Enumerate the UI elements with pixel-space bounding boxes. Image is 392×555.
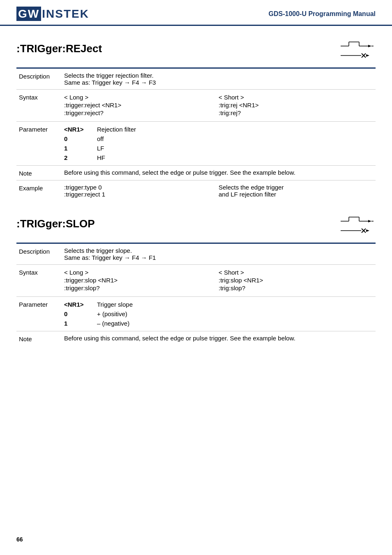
slop-desc-line1: Selects the trigger slope. (64, 247, 373, 254)
trigger-icon-slop (339, 215, 376, 238)
slop-label-description: Description (16, 244, 62, 265)
example-left-0: :trigger:type 0 (64, 184, 219, 191)
slop-param-grid: <NR1> Trigger slope 0 + (positive) 1 – (… (64, 300, 373, 328)
slop-content-description: Selects the trigger slope. Same as: Trig… (62, 244, 376, 265)
example-right-0: Selects the edge trigger (219, 184, 373, 191)
slop-param-key-2: 1 (64, 319, 97, 328)
syntax-cols: < Long > :trigger:reject <NR1> :trigger:… (64, 93, 373, 118)
row-note: Note Before using this command, select t… (16, 166, 376, 180)
slop-desc-line2: Same as: Trigger key → F4 → F1 (64, 254, 373, 261)
svg-marker-9 (366, 54, 369, 57)
slop-row-note: Note Before using this command, select t… (16, 331, 376, 346)
slop-content-parameter: <NR1> Trigger slope 0 + (positive) 1 – (… (62, 297, 376, 331)
example-right-1: and LF rejection filter (219, 191, 373, 198)
slop-content-note: Before using this command, select the ed… (62, 331, 376, 346)
short-line1: :trig:rej <NR1> (219, 102, 373, 109)
slop-syntax-cols: < Long > :trigger:slop <NR1> :trigger:sl… (64, 268, 373, 293)
page-content: :TRIGger:REJect (0, 26, 392, 375)
label-note: Note (16, 166, 62, 180)
manual-title: GDS-1000-U Programming Manual (269, 10, 376, 18)
slop-param-val-1: + (positive) (97, 310, 373, 318)
slop-param-val-0: Trigger slope (97, 300, 373, 309)
slop-param-val-2: – (negative) (97, 319, 373, 328)
example-left-1: :trigger:reject 1 (64, 191, 219, 198)
row-example: Example :trigger:type 0 :trigger:reject … (16, 180, 376, 201)
slop-long-line1: :trigger:slop <NR1> (64, 277, 219, 284)
svg-marker-5 (368, 45, 371, 47)
page-header: GWINSTEK GDS-1000-U Programming Manual (0, 0, 392, 26)
param-key-1: 0 (64, 134, 97, 143)
slop-param-key-1: 0 (64, 310, 97, 318)
param-val-1: off (97, 134, 373, 143)
content-syntax: < Long > :trigger:reject <NR1> :trigger:… (62, 90, 376, 122)
command-title-slop: :TRIGger:SLOP (16, 213, 95, 230)
label-description: Description (16, 69, 62, 90)
trigger-diagram-reject (339, 40, 376, 62)
label-parameter: Parameter (16, 122, 62, 166)
section-reject: :TRIGger:REJect (16, 38, 376, 201)
slop-note-text: Before using this command, select the ed… (64, 335, 373, 342)
param-val-3: HF (97, 153, 373, 162)
row-syntax: Syntax < Long > :trigger:reject <NR1> :t… (16, 90, 376, 122)
command-header-slop: :TRIGger:SLOP (16, 213, 376, 240)
slop-label-note: Note (16, 331, 62, 346)
slop-row-description: Description Selects the trigger slope. S… (16, 244, 376, 265)
slop-param-key-0: <NR1> (64, 300, 97, 309)
content-description: Selects the trigger rejection filter. Sa… (62, 69, 376, 90)
svg-marker-20 (366, 229, 369, 232)
slop-long-label: < Long > (64, 269, 219, 276)
command-title-reject: :TRIGger:REJect (16, 38, 102, 55)
param-val-2: LF (97, 144, 373, 153)
slop-row-parameter: Parameter <NR1> Trigger slope 0 + (posit… (16, 297, 376, 331)
syntax-short: < Short > :trig:rej <NR1> :trig:rej? (219, 93, 373, 118)
logo-instek: INSTEK (42, 7, 89, 20)
long-line2: :trigger:reject? (64, 109, 219, 116)
content-parameter: <NR1> Rejection filter 0 off 1 LF 2 HF (62, 122, 376, 166)
content-note: Before using this command, select the ed… (62, 166, 376, 180)
param-val-0: Rejection filter (97, 125, 373, 134)
short-line2: :trig:rej? (219, 109, 373, 116)
slop-label-parameter: Parameter (16, 297, 62, 331)
logo-gw: GW (16, 7, 41, 21)
slop-syntax-long: < Long > :trigger:slop <NR1> :trigger:sl… (64, 268, 219, 293)
row-parameter: Parameter <NR1> Rejection filter 0 off 1… (16, 122, 376, 166)
logo: GWINSTEK (16, 7, 89, 21)
table-reject: Description Selects the trigger rejectio… (16, 69, 376, 201)
example-left: :trigger:type 0 :trigger:reject 1 (64, 184, 219, 198)
param-key-0: <NR1> (64, 125, 97, 134)
param-key-2: 1 (64, 144, 97, 153)
slop-short-label: < Short > (219, 269, 373, 276)
slop-short-line1: :trig:slop <NR1> (219, 277, 373, 284)
example-cols: :trigger:type 0 :trigger:reject 1 Select… (64, 184, 373, 198)
slop-row-syntax: Syntax < Long > :trigger:slop <NR1> :tri… (16, 265, 376, 297)
trigger-icon-reject (339, 40, 376, 62)
long-line1: :trigger:reject <NR1> (64, 102, 219, 109)
label-example: Example (16, 180, 62, 201)
page-number: 66 (16, 536, 23, 543)
param-grid: <NR1> Rejection filter 0 off 1 LF 2 HF (64, 125, 373, 162)
row-description: Description Selects the trigger rejectio… (16, 69, 376, 90)
desc-line2: Same as: Trigger key → F4 → F3 (64, 79, 373, 86)
table-slop: Description Selects the trigger slope. S… (16, 244, 376, 346)
slop-content-syntax: < Long > :trigger:slop <NR1> :trigger:sl… (62, 265, 376, 297)
svg-marker-16 (368, 220, 371, 222)
trigger-diagram-slop (339, 215, 376, 238)
desc-line1: Selects the trigger rejection filter. (64, 72, 373, 79)
slop-short-line2: :trig:slop? (219, 284, 373, 291)
section-slop: :TRIGger:SLOP (16, 213, 376, 346)
example-right: Selects the edge trigger and LF rejectio… (219, 184, 373, 198)
syntax-long: < Long > :trigger:reject <NR1> :trigger:… (64, 93, 219, 118)
note-text: Before using this command, select the ed… (64, 169, 373, 176)
long-label: < Long > (64, 94, 219, 101)
content-example: :trigger:type 0 :trigger:reject 1 Select… (62, 180, 376, 201)
short-label: < Short > (219, 94, 373, 101)
command-header-reject: :TRIGger:REJect (16, 38, 376, 65)
label-syntax: Syntax (16, 90, 62, 122)
param-key-3: 2 (64, 153, 97, 162)
slop-long-line2: :trigger:slop? (64, 284, 219, 291)
slop-label-syntax: Syntax (16, 265, 62, 297)
slop-syntax-short: < Short > :trig:slop <NR1> :trig:slop? (219, 268, 373, 293)
